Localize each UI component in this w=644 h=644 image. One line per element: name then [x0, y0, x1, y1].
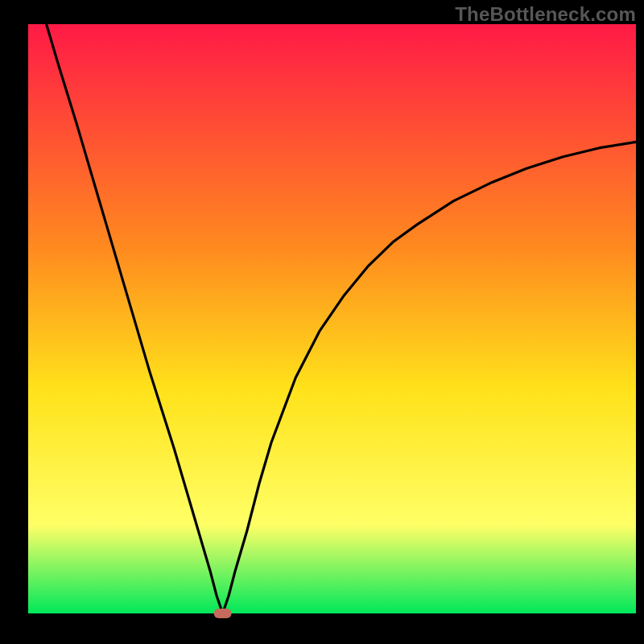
plot-background	[28, 24, 636, 613]
watermark-text: TheBottleneck.com	[455, 3, 636, 26]
svg-rect-0	[214, 609, 232, 618]
chart-svg	[0, 0, 644, 644]
minimum-marker	[214, 609, 232, 618]
chart-frame: TheBottleneck.com	[0, 0, 644, 644]
